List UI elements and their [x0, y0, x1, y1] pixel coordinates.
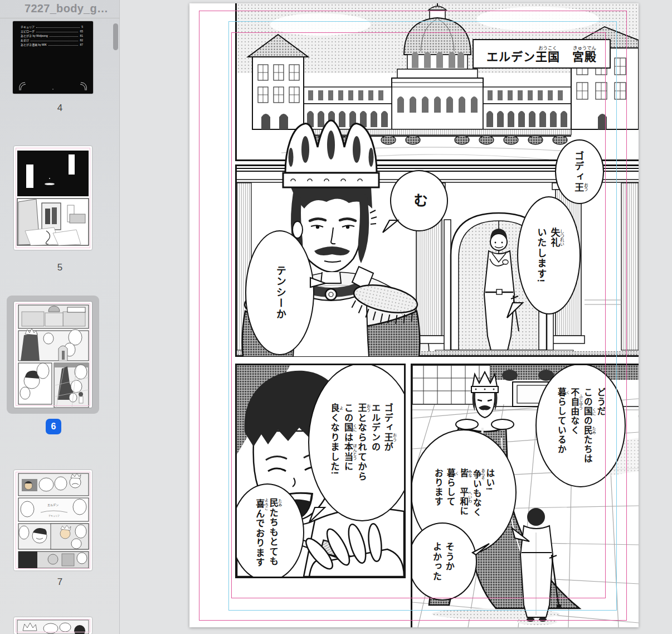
- speech-bubble-gody-call: ゴディ王おう: [555, 139, 604, 204]
- panel-4-hall-wide: どうだ この国くにの民たみたちは 不自由ふじゆうなく 暮くらしているか はい! …: [411, 364, 639, 627]
- thumbnail-page-5[interactable]: [14, 146, 92, 250]
- selected-page-badge: 6: [46, 419, 61, 434]
- thumbnail-page-4[interactable]: チキュリア5 エピローグ65 あとがき by Woljeong81 おまけ82 …: [13, 21, 93, 94]
- speech-bubble-good: そうか よかった: [411, 522, 477, 601]
- bubble-tail: [510, 526, 532, 544]
- thumbnail-page-6[interactable]: [14, 302, 92, 408]
- svg-text:エルデン: エルデン: [47, 503, 59, 507]
- thumbnail-sidebar: 7227_body_g… チキュリア5 エピローグ65 あとがき by Wolj…: [0, 0, 120, 634]
- speech-bubble-how-is: どうだ この国くにの民たみたちは 不自由ふじゆうなく 暮くらしているか: [535, 364, 626, 487]
- page-number-5: 5: [0, 262, 120, 273]
- document-page: ゴディ王おうが エルデンの 王おうとなられてから この国くには本当ほんとうに 良…: [189, 3, 639, 627]
- panel-3-tenshi-closeup: ゴディ王おうが エルデンの 王おうとなられてから この国くには本当ほんとうに 良…: [235, 364, 406, 578]
- sidebar-scrollbar-thumb[interactable]: [113, 23, 118, 50]
- bubble-tail: [470, 541, 491, 557]
- toc-entry: あとがき by Woljeong: [21, 33, 48, 38]
- app-window: 7227_body_g… チキュリア5 エピローグ65 あとがき by Wolj…: [0, 0, 672, 634]
- thumbnail-6-art: [14, 302, 92, 408]
- svg-text:チキュリア: チキュリア: [48, 515, 60, 517]
- thumbnail-page-7[interactable]: エルデン チキュリア: [14, 470, 92, 570]
- speech-bubble-excuse: 失礼しつれい いたします!: [517, 196, 581, 314]
- bubble-tail: [307, 506, 327, 525]
- toc-entry: エピローグ: [21, 29, 35, 33]
- sidebar-header: 7227_body_g…: [0, 0, 120, 18]
- thumbnail-5-art: [14, 146, 92, 250]
- location-caption: エルデン王国おうこく 宮殿きゅうでん: [473, 39, 611, 69]
- bubble-tail: [505, 301, 525, 320]
- bubble-tail: [309, 275, 328, 290]
- thumbnail-7-art: エルデン チキュリア: [14, 470, 92, 570]
- toc-corner-ornaments: [17, 79, 89, 91]
- toc-entry: あとがき漫画 by MIK: [21, 42, 47, 47]
- bubble-tail: [381, 219, 400, 234]
- toc-entry: おまけ: [21, 38, 29, 42]
- toc-entry: チキュリア: [21, 25, 35, 29]
- thumbnail-8-art: [14, 617, 92, 634]
- toc-list: チキュリア5 エピローグ65 あとがき by Woljeong81 おまけ82 …: [21, 25, 83, 47]
- speech-bubble-tenshi-ka: テンシーか: [245, 230, 314, 355]
- document-title: 7227_body_g…: [25, 2, 108, 15]
- page-number-7: 7: [0, 577, 120, 588]
- thumbnail-page-8[interactable]: [14, 617, 92, 634]
- page-number-4: 4: [0, 103, 120, 114]
